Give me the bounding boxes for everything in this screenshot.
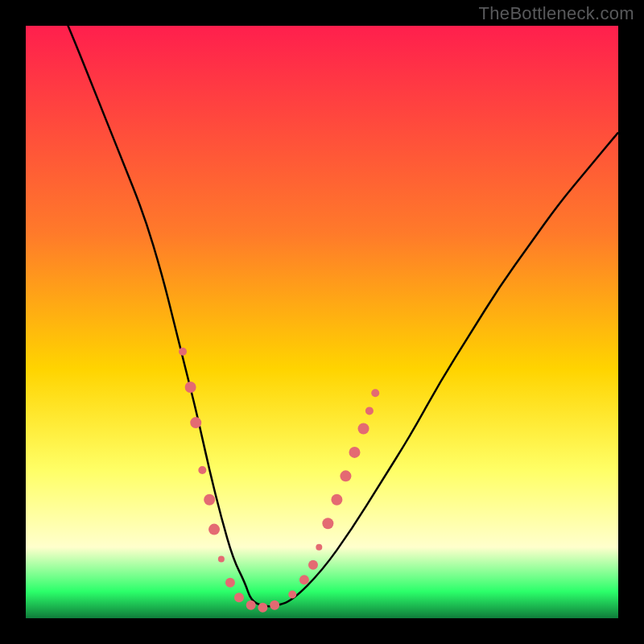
curve-marker: [218, 555, 225, 562]
curve-marker: [340, 470, 351, 481]
plot-background: [26, 26, 618, 618]
curve-marker: [190, 417, 201, 428]
curve-marker: [331, 494, 342, 506]
chart-canvas: [0, 0, 644, 644]
curve-marker: [185, 382, 196, 393]
curve-marker: [234, 592, 244, 602]
curve-marker: [179, 348, 187, 356]
curve-marker: [246, 601, 256, 610]
chart-stage: { "watermark": "TheBottleneck.com", "col…: [0, 0, 644, 644]
curve-marker: [322, 518, 333, 529]
curve-marker: [208, 524, 220, 535]
curve-marker: [308, 560, 318, 570]
curve-marker: [349, 447, 360, 458]
curve-marker: [365, 407, 374, 415]
curve-marker: [258, 603, 267, 613]
curve-marker: [204, 494, 215, 506]
watermark-text: TheBottleneck.com: [479, 3, 634, 24]
curve-marker: [358, 423, 369, 434]
curve-marker: [270, 601, 279, 610]
curve-marker: [225, 578, 235, 588]
curve-marker: [198, 466, 206, 474]
curve-marker: [316, 544, 322, 551]
curve-marker: [299, 575, 309, 584]
curve-marker: [371, 389, 379, 397]
curve-marker: [288, 591, 296, 599]
